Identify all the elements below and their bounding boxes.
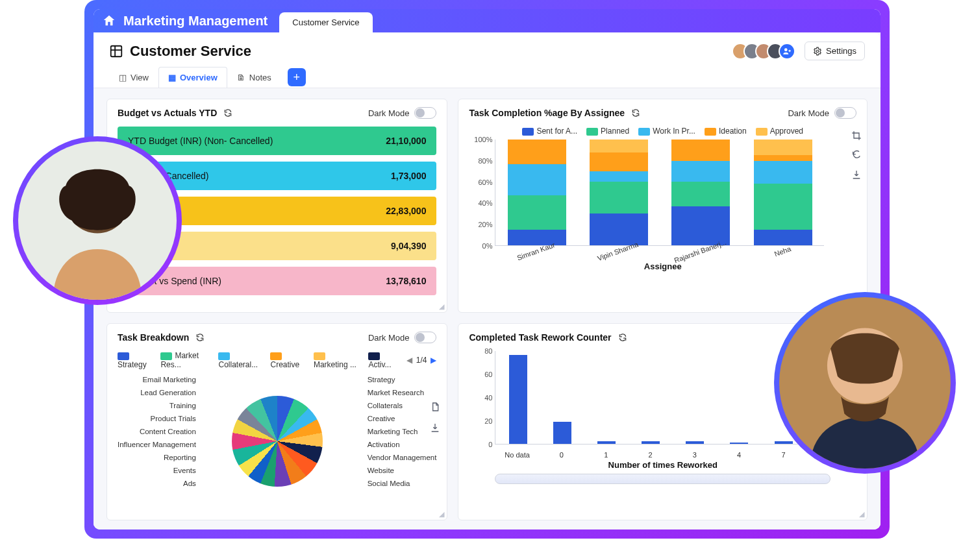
bar[interactable] [768, 441, 799, 444]
resize-handle-icon: ◢ [439, 510, 444, 518]
x-tick-label: 0 [540, 451, 584, 459]
decorative-avatar-left [13, 136, 182, 305]
download-icon[interactable] [430, 422, 440, 433]
resize-handle-icon: ◢ [859, 510, 864, 518]
legend-item[interactable]: Market Res... [160, 351, 212, 369]
pie-label: Events [118, 464, 196, 477]
legend-item[interactable]: Sent for A... [522, 127, 577, 136]
chevron-left-icon[interactable]: ◀ [406, 356, 412, 365]
y-tick-label: 0% [469, 242, 492, 250]
breadcrumb[interactable]: Marketing Management [123, 14, 268, 29]
settings-button[interactable]: Settings [805, 42, 865, 60]
svg-rect-0 [111, 45, 122, 56]
refresh-icon[interactable] [618, 333, 627, 342]
home-icon[interactable] [100, 12, 118, 30]
y-tick-label: 60 [471, 371, 492, 378]
darkmode-toggle[interactable] [414, 107, 436, 119]
darkmode-toggle[interactable] [834, 107, 856, 119]
bar[interactable] [547, 422, 578, 444]
x-tick-label: No data [495, 451, 539, 459]
panel-completion-title: Task Completion %age By Assignee [469, 108, 625, 118]
bar[interactable] [591, 441, 622, 444]
board-icon [109, 44, 123, 58]
pie-label: Ads [118, 477, 196, 490]
legend-item[interactable]: Approved [756, 127, 803, 136]
stacked-bar[interactable] [671, 140, 730, 245]
add-member-icon[interactable] [779, 43, 795, 60]
subtab-notes[interactable]: 🗎 Notes [227, 67, 281, 88]
legend-item[interactable]: Ideation [705, 127, 747, 136]
bar[interactable] [635, 441, 666, 444]
pie-label: Reporting [118, 451, 196, 464]
download-icon[interactable] [851, 169, 862, 180]
add-tab-button[interactable]: + [288, 68, 306, 86]
pie-label: Creative [368, 412, 437, 425]
app-gradient-frame: Marketing Management Customer Service Cu… [84, 0, 890, 539]
legend-item[interactable]: Planned [586, 127, 629, 136]
gear-icon [813, 47, 822, 56]
budget-row[interactable]: Budget vs Spend (INR)13,78,610 [118, 267, 436, 295]
dashboard-grid: Budget vs Actuals YTD Dark Mode YTD Budg… [94, 88, 880, 530]
pie-chart [232, 396, 323, 487]
panel-rework-title: Completed Task Rework Counter [469, 332, 611, 343]
crop-icon[interactable] [851, 130, 862, 141]
legend-item[interactable]: Activ... [368, 351, 399, 369]
rotate-icon[interactable] [851, 150, 862, 160]
stacked-bar[interactable] [508, 140, 566, 245]
pie-label: Influencer Management [118, 438, 196, 451]
bar[interactable] [723, 443, 755, 444]
document-icon[interactable] [430, 402, 440, 412]
darkmode-toggle[interactable] [414, 332, 436, 343]
refresh-icon[interactable] [195, 333, 205, 342]
legend-item[interactable]: Creative [270, 351, 306, 369]
budget-row-value: 22,83,000 [386, 206, 426, 216]
x-tick-label: 7 [761, 451, 805, 459]
pie-label: Product Trials [118, 412, 196, 425]
refresh-icon[interactable] [631, 108, 640, 117]
legend-item[interactable]: Marketing ... [314, 351, 362, 369]
budget-row-value: 13,78,610 [386, 276, 426, 286]
stacked-bar[interactable] [590, 140, 648, 245]
budget-row-value: 9,04,390 [391, 241, 427, 251]
pie-label: Social Media [368, 477, 437, 490]
pie-labels-left: Email MarketingLead GenerationTrainingPr… [118, 373, 196, 490]
settings-label: Settings [826, 46, 856, 56]
chart-scrollbar[interactable] [495, 474, 830, 484]
budget-row-label: YTD Budget (INR) (Non- Cancelled) [128, 136, 273, 146]
chart-side-tools [851, 130, 862, 180]
y-tick-label: 40% [469, 199, 492, 207]
overview-icon: ▦ [168, 73, 176, 82]
legend-item[interactable]: Work In Pr... [638, 127, 695, 136]
subtab-overview-label: Overview [180, 73, 218, 82]
refresh-icon[interactable] [223, 108, 232, 117]
y-tick-label: 20 [471, 417, 492, 425]
legend-item[interactable]: Strategy [118, 351, 154, 369]
bar[interactable] [679, 441, 710, 444]
panel-breakdown-title: Task Breakdown [118, 332, 189, 343]
budget-row[interactable]: YTD Budget (INR) (Non- Cancelled)21,10,0… [118, 127, 436, 155]
pie-label: Email Marketing [118, 373, 196, 386]
legend-item[interactable]: Collateral... [218, 351, 264, 369]
member-avatars[interactable] [737, 43, 795, 60]
decorative-avatar-right [774, 292, 956, 474]
pie-label: Market Research [368, 386, 437, 399]
subtab-overview[interactable]: ▦ Overview [158, 67, 227, 88]
tab-customer-service[interactable]: Customer Service [279, 12, 372, 32]
chevron-right-icon[interactable]: ▶ [431, 356, 436, 365]
pie-label: Marketing Tech [368, 425, 437, 438]
page-header-right: Settings [737, 42, 865, 60]
page-subtabs: ◫ View ▦ Overview 🗎 Notes + [94, 60, 880, 88]
x-tick-label: 2 [628, 451, 672, 459]
chart-legend: Sent for A...PlannedWork In Pr...Ideatio… [469, 127, 856, 136]
pie-legend: StrategyMarket Res...Collateral...Creati… [118, 351, 436, 369]
stacked-bar[interactable] [754, 140, 812, 245]
y-tick-label: 60% [469, 178, 492, 186]
subtab-view[interactable]: ◫ View [109, 67, 158, 88]
panel-budget-title: Budget vs Actuals YTD [118, 108, 217, 118]
y-tick-label: 100% [469, 136, 492, 143]
view-icon: ◫ [119, 73, 127, 82]
pie-label: Lead Generation [118, 386, 196, 399]
svg-point-1 [784, 48, 788, 51]
page-title: Customer Service [109, 43, 251, 60]
bar[interactable] [502, 355, 533, 444]
